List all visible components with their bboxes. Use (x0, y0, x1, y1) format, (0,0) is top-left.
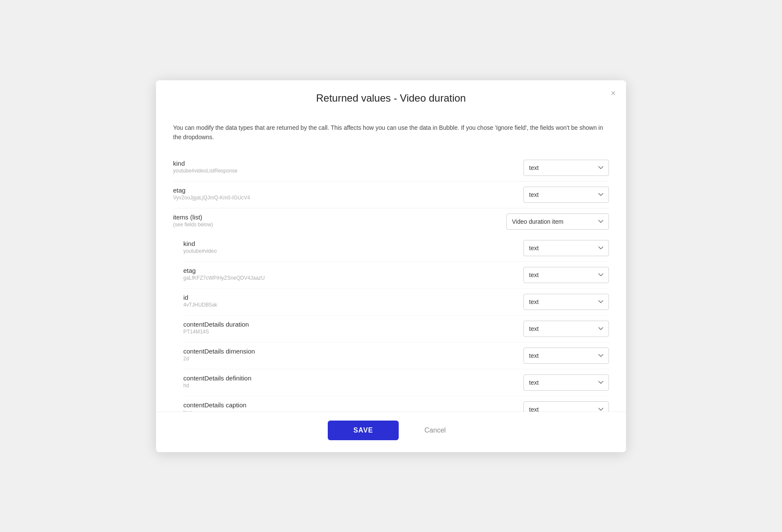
subfield-info-id: id 4vTJHUDB5ak (183, 294, 515, 308)
items-name: items (list) (173, 213, 498, 221)
subfield-value-id: 4vTJHUDB5ak (183, 302, 515, 308)
field-name-kind: kind (173, 160, 515, 167)
subfield-row-id: id 4vTJHUDB5ak text number date yes/no I… (183, 289, 609, 316)
modal-title: Returned values - Video duration (173, 92, 609, 104)
modal-header: Returned values - Video duration (156, 80, 626, 113)
field-row-kind: kind youtube#videoListResponse text numb… (173, 155, 609, 181)
subfield-select-kind[interactable]: text number date yes/no Ignore field (523, 240, 609, 256)
subfield-info-etag: etag gaLfKFZ7cWPiHyZSneQDV4JaazU (183, 267, 515, 281)
subfield-name-duration: contentDetails duration (183, 321, 515, 328)
subfield-info-caption: contentDetails caption true (183, 401, 515, 411)
subfield-select-caption[interactable]: text number date yes/no Ignore field (523, 401, 609, 411)
subfield-info-kind: kind youtube#video (183, 240, 515, 254)
subfield-info-dimension: contentDetails dimension 2d (183, 348, 515, 362)
field-select-etag[interactable]: text number date yes/no Ignore field (523, 187, 609, 203)
subfield-value-etag: gaLfKFZ7cWPiHyZSneQDV4JaazU (183, 275, 515, 281)
subfield-value-caption: true (183, 409, 515, 411)
modal-footer: SAVE Cancel (156, 412, 626, 452)
modal-container: × Returned values - Video duration You c… (156, 80, 626, 452)
modal-body: You can modify the data types that are r… (156, 113, 626, 412)
subfield-row-duration: contentDetails duration PT14M14S text nu… (183, 316, 609, 342)
subfield-value-dimension: 2d (183, 356, 515, 362)
subfield-select-id[interactable]: text number date yes/no Ignore field (523, 294, 609, 310)
subfield-name-caption: contentDetails caption (183, 401, 515, 409)
field-row-etag: etag Vyv2ooJjgaLjQJmQ-Km0-IGUcV4 text nu… (173, 181, 609, 208)
items-info: items (list) (see fields below) (173, 213, 498, 228)
items-row: items (list) (see fields below) Video du… (173, 208, 609, 235)
subfield-info-definition: contentDetails definition hd (183, 374, 515, 389)
field-select-kind[interactable]: text number date yes/no Ignore field (523, 160, 609, 176)
subfield-name-id: id (183, 294, 515, 301)
field-info-etag: etag Vyv2ooJjgaLjQJmQ-Km0-IGUcV4 (173, 187, 515, 201)
field-value-etag: Vyv2ooJjgaLjQJmQ-Km0-IGUcV4 (173, 195, 515, 201)
subfield-info-duration: contentDetails duration PT14M14S (183, 321, 515, 335)
subfield-row-kind: kind youtube#video text number date yes/… (183, 235, 609, 262)
items-subtitle: (see fields below) (173, 222, 498, 228)
subfield-name-etag: etag (183, 267, 515, 274)
cancel-button[interactable]: Cancel (416, 421, 454, 440)
subfield-value-duration: PT14M14S (183, 329, 515, 335)
subfield-select-dimension[interactable]: text number date yes/no Ignore field (523, 348, 609, 364)
field-value-kind: youtube#videoListResponse (173, 168, 515, 174)
subfield-name-kind: kind (183, 240, 515, 247)
subfield-value-definition: hd (183, 383, 515, 389)
subfield-row-etag: etag gaLfKFZ7cWPiHyZSneQDV4JaazU text nu… (183, 262, 609, 289)
subfield-row-dimension: contentDetails dimension 2d text number … (183, 342, 609, 369)
field-name-etag: etag (173, 187, 515, 194)
subfield-row-caption: contentDetails caption true text number … (183, 396, 609, 411)
subfield-name-definition: contentDetails definition (183, 374, 515, 382)
subfield-select-definition[interactable]: text number date yes/no Ignore field (523, 374, 609, 391)
save-button[interactable]: SAVE (328, 421, 399, 440)
items-select[interactable]: Video duration item text Ignore field (506, 213, 609, 230)
subfield-value-kind: youtube#video (183, 248, 515, 254)
subfield-select-etag[interactable]: text number date yes/no Ignore field (523, 267, 609, 283)
subfield-section: kind youtube#video text number date yes/… (173, 235, 609, 411)
field-info-kind: kind youtube#videoListResponse (173, 160, 515, 174)
subfield-name-dimension: contentDetails dimension (183, 348, 515, 355)
subfield-row-definition: contentDetails definition hd text number… (183, 369, 609, 396)
close-button[interactable]: × (607, 87, 619, 99)
subfield-select-duration[interactable]: text number date yes/no Ignore field (523, 321, 609, 337)
description-text: You can modify the data types that are r… (173, 123, 609, 142)
